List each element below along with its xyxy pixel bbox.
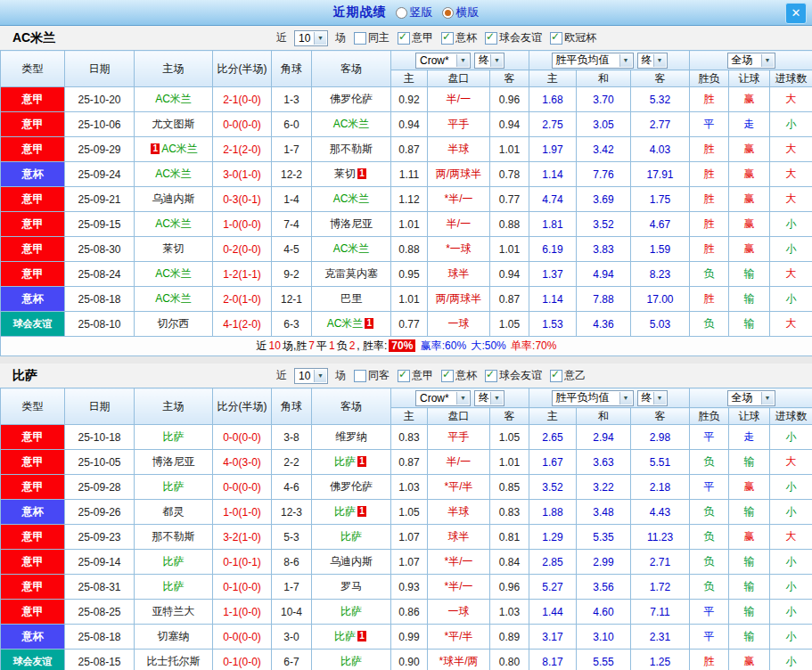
column-header: 让球 — [729, 408, 770, 425]
checkbox-checked-icon[interactable] — [441, 32, 454, 45]
away-team-cell: 佛罗伦萨 — [312, 87, 391, 112]
checkbox-checked-icon[interactable] — [485, 370, 497, 382]
handicap-cell: *半/一 — [428, 187, 490, 212]
corners-cell: 7-4 — [272, 212, 312, 237]
corners-cell: 2-2 — [272, 450, 312, 475]
league-filter[interactable]: 意乙 — [550, 368, 586, 383]
checkbox-checked-icon[interactable] — [485, 32, 497, 45]
checkbox-checked-icon[interactable] — [398, 32, 410, 45]
home-team-name: 乌迪内斯 — [152, 192, 195, 205]
avg-draw-cell: 3.63 — [577, 450, 631, 475]
odds-final-select[interactable]: 终 — [474, 390, 504, 406]
avg-final-select[interactable]: 终 — [637, 53, 668, 69]
avg-away-cell: 1.72 — [631, 575, 690, 600]
away-odds-cell: 1.01 — [490, 450, 529, 475]
avg-type-select[interactable]: 胜平负均值 — [552, 53, 634, 69]
column-header: 日期 — [65, 388, 135, 425]
away-odds-cell: 0.96 — [490, 575, 529, 600]
table-row: 意甲25-09-23那不勒斯3-2(1-0)5-3比萨1.07球半0.811.2… — [1, 525, 812, 550]
handicap-cell: *球半/两 — [428, 650, 490, 670]
away-team-name: 比萨 — [334, 455, 356, 468]
away-odds-cell: 1.05 — [490, 425, 529, 450]
home-team-cell: AC米兰 — [135, 87, 213, 112]
handicap-cell: 半球 — [428, 137, 490, 162]
league-filter[interactable]: 同主 — [354, 30, 390, 45]
table-row: 意甲25-10-06尤文图斯0-0(0-0)6-0AC米兰0.94平手0.942… — [1, 112, 812, 137]
date-cell: 25-09-26 — [65, 500, 135, 525]
league-filter[interactable]: 同客 — [354, 368, 390, 383]
radio-selected-icon[interactable] — [442, 7, 454, 19]
league-filter[interactable]: 意杯 — [441, 30, 477, 45]
home-team-name: 比萨 — [163, 555, 185, 568]
radio-unselected-icon[interactable] — [396, 7, 407, 19]
checkbox-checked-icon[interactable] — [398, 370, 410, 382]
summary-segment: 大:50% — [468, 339, 506, 352]
home-team-cell: 比萨 — [135, 425, 213, 450]
avg-away-cell: 17.91 — [631, 162, 690, 187]
score-cell: 2-1(0-0) — [213, 87, 272, 112]
handicap-result-cell: 输 — [729, 262, 770, 287]
odds-final-select[interactable]: 终 — [474, 53, 504, 69]
home-odds-cell: 0.83 — [391, 425, 428, 450]
match-count-select[interactable]: 10 — [294, 30, 328, 46]
odds-group-header: Crow*终 — [391, 388, 529, 408]
odds-company-select[interactable]: Crow* — [415, 53, 471, 69]
home-team-cell: 切尔西 — [135, 312, 213, 337]
competition-cell: 球会友谊 — [1, 650, 65, 670]
league-filter[interactable]: 意甲 — [398, 30, 433, 45]
league-filter[interactable]: 球会友谊 — [485, 30, 542, 45]
away-team-cell: 比萨 — [312, 600, 391, 625]
league-filter[interactable]: 意甲 — [398, 368, 433, 383]
avg-final-select[interactable]: 终 — [637, 390, 668, 406]
table-row: 意杯25-09-26都灵1-0(1-0)12-3比萨11.05半球0.831.8… — [1, 500, 812, 525]
result-cell: 平 — [690, 625, 729, 650]
away-team-name: 佛罗伦萨 — [330, 93, 373, 105]
away-team-name: 那不勒斯 — [330, 143, 373, 155]
handicap-cell: *半/一 — [428, 550, 490, 575]
checkbox-checked-icon[interactable] — [441, 370, 454, 382]
league-filter[interactable]: 球会友谊 — [485, 368, 542, 383]
goals-cell: 小 — [770, 650, 812, 670]
result-cell: 负 — [690, 262, 729, 287]
date-cell: 25-08-10 — [65, 312, 135, 337]
table-row: 意甲25-10-18比萨0-0(0-0)3-8维罗纳0.83平手1.052.65… — [1, 425, 812, 450]
league-filter[interactable]: 意杯 — [441, 368, 477, 383]
table-row: 意甲25-09-15AC米兰1-0(0-0)7-4博洛尼亚1.01半/一0.88… — [1, 212, 812, 237]
scope-select[interactable]: 全场 — [727, 53, 775, 69]
checkbox-label: 欧冠杯 — [564, 30, 596, 45]
layout-horizontal-option[interactable]: 横版 — [442, 4, 480, 20]
odds-group-header: Crow*终 — [391, 51, 529, 70]
checkbox-label: 球会友谊 — [499, 368, 542, 383]
home-team-name: 比萨 — [163, 580, 185, 592]
result-cell: 负 — [690, 575, 729, 600]
avg-type-select[interactable]: 胜平负均值 — [552, 390, 634, 406]
scope-select[interactable]: 全场 — [727, 390, 775, 406]
checkbox-unchecked-icon[interactable] — [354, 32, 366, 45]
close-icon[interactable]: ✕ — [785, 3, 807, 24]
league-filter[interactable]: 欧冠杯 — [550, 30, 596, 45]
home-team-name: 比士托尔斯 — [147, 655, 201, 667]
away-team-cell: 维罗纳 — [312, 425, 391, 450]
checkbox-checked-icon[interactable] — [550, 370, 562, 382]
match-count-select[interactable]: 10 — [294, 368, 328, 384]
corners-cell: 1-7 — [272, 575, 312, 600]
team-section: AC米兰近10场同主意甲意杯球会友谊欧冠杯类型日期主场比分(半场)角球客场Cro… — [0, 26, 812, 356]
away-team-name: 比萨 — [340, 655, 362, 667]
home-team-name: AC米兰 — [155, 168, 192, 180]
away-team-cell: 博洛尼亚 — [312, 212, 391, 237]
home-team-cell: AC米兰 — [135, 162, 213, 187]
checkbox-checked-icon[interactable] — [550, 32, 562, 45]
handicap-result-cell: 赢 — [729, 237, 770, 262]
avg-home-cell: 6.19 — [529, 237, 577, 262]
odds-company-select[interactable]: Crow* — [415, 390, 471, 406]
home-team-cell: 1AC米兰 — [135, 137, 213, 162]
handicap-cell: 球半 — [428, 262, 490, 287]
near-label: 近 — [276, 368, 287, 383]
summary-segment: 2 — [349, 339, 356, 352]
checkbox-label: 意甲 — [412, 368, 433, 383]
away-odds-cell: 0.96 — [490, 87, 529, 112]
table-row: 球会友谊25-08-15比士托尔斯0-1(0-0)6-7比萨0.90*球半/两0… — [1, 650, 812, 670]
checkbox-unchecked-icon[interactable] — [354, 370, 366, 382]
layout-vertical-option[interactable]: 竖版 — [396, 4, 433, 20]
home-odds-cell: 1.01 — [391, 212, 428, 237]
